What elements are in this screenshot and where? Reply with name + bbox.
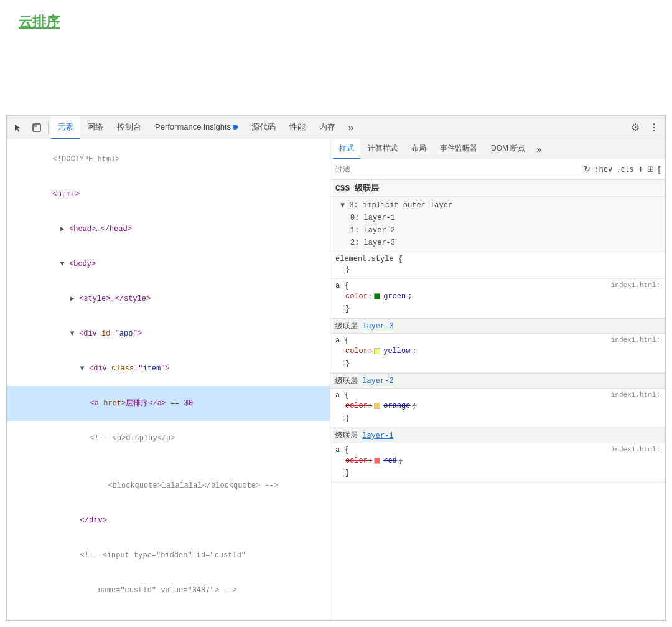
- a-selector-red: a {: [335, 446, 349, 455]
- cls-filter[interactable]: .cls: [616, 165, 634, 174]
- style-tab-event-listeners[interactable]: 事件监听器: [434, 139, 483, 159]
- green-swatch[interactable]: [374, 293, 380, 299]
- svg-rect-0: [33, 124, 40, 131]
- tab-network[interactable]: 网络: [81, 116, 110, 139]
- orange-swatch[interactable]: [374, 403, 380, 409]
- cursor-icon[interactable]: [9, 119, 27, 136]
- a-source-red[interactable]: index1.html:: [611, 446, 660, 453]
- dom-blank-line: [7, 456, 330, 468]
- performance-notification-dot: [233, 125, 238, 130]
- tab-sources[interactable]: 源代码: [245, 116, 282, 139]
- style-tab-dom-breakpoints[interactable]: DOM 断点: [485, 139, 531, 159]
- page-title-link[interactable]: 云排序: [19, 14, 60, 29]
- layer2-link[interactable]: layer-2: [362, 377, 393, 385]
- tab-more-button[interactable]: »: [344, 122, 357, 133]
- layer1-link[interactable]: layer-1: [362, 431, 393, 440]
- dom-html-open-line: <html>: [7, 177, 330, 212]
- layer1-section-label: 级联层 layer-1: [330, 428, 665, 443]
- dom-a-href-line[interactable]: <a href>层排序</a> == $0: [7, 386, 330, 421]
- filter-bar: ↻ :hov .cls + ⊞ [: [330, 159, 665, 179]
- dom-div-app-line: ▼ <div id="app">: [7, 316, 330, 351]
- css-implicit-outer-block: ▼ 3: implicit outer layer 0: layer-1 1: …: [330, 197, 665, 252]
- devtools-tab-bar: 元素 网络 控制台 Performance insights 源代码 性能 内存…: [7, 116, 665, 139]
- layer2-section-label: 级联层 layer-2: [330, 373, 665, 389]
- settings-icon[interactable]: ⚙: [627, 119, 644, 136]
- tab-performance[interactable]: 性能: [283, 116, 312, 139]
- layer-3-item: 2: layer-3: [340, 237, 660, 249]
- layer-2-item: 1: layer-2: [340, 224, 660, 237]
- dom-doctype-line: <!DOCTYPE html>: [7, 142, 330, 177]
- dom-head-line: ▶ <head>…</head>: [7, 212, 330, 247]
- layer-1-item: 0: layer-1: [340, 212, 660, 224]
- a-source-yellow[interactable]: index1.html:: [611, 336, 660, 344]
- a-rule-red-close: }: [335, 467, 660, 479]
- dom-div-item-line: ▼ <div class="item">: [7, 351, 330, 386]
- a-rule-red: a { index1.html: color: red; }: [330, 443, 665, 483]
- css-content: CSS 级联层 ▼ 3: implicit outer layer 0: lay…: [330, 179, 665, 620]
- bracket-icon[interactable]: [: [658, 164, 660, 174]
- a-color-yellow-line: color: yellow;: [335, 345, 660, 357]
- refresh-icon[interactable]: ↻: [584, 164, 590, 174]
- a-rule-green-close: }: [335, 303, 660, 315]
- dom-body-open-line: ▼ <body>: [7, 247, 330, 281]
- svg-rect-1: [34, 125, 37, 127]
- styles-panel: 样式 计算样式 布局 事件监听器 DOM 断点 » ↻: [330, 139, 665, 620]
- a-source-green[interactable]: index1.html:: [611, 281, 660, 289]
- style-tab-more[interactable]: »: [533, 144, 545, 154]
- style-tab-layout[interactable]: 布局: [405, 139, 432, 159]
- add-style-icon[interactable]: +: [638, 164, 643, 175]
- dom-div-close-line: </div>: [7, 503, 330, 538]
- filter-input[interactable]: [335, 165, 580, 174]
- dom-blockquote-line: <blockquote>lalalalal</blockquote> -->: [7, 468, 330, 503]
- a-rule-green: a { index1.html: color: green; }: [330, 279, 665, 318]
- element-style-selector: element.style {: [335, 255, 403, 263]
- more-options-icon[interactable]: ⋮: [645, 119, 663, 136]
- layer3-section-label: 级联层 layer-3: [330, 318, 665, 334]
- page-header: 云排序: [0, 0, 672, 44]
- dom-comment1-line: <!-- <p>display</p>: [7, 421, 330, 456]
- a-rule-yellow-close: }: [335, 357, 660, 370]
- a-selector-yellow: a {: [335, 336, 349, 345]
- a-color-green-line: color: green;: [335, 290, 660, 303]
- implicit-outer-label: ▼ 3: implicit outer layer: [340, 199, 660, 212]
- css-cascade-header: CSS 级联层: [330, 179, 665, 197]
- inspect-icon[interactable]: [28, 119, 45, 136]
- tab-separator: [48, 121, 49, 134]
- dom-div-app-close-line: </div>: [7, 608, 330, 620]
- tab-elements[interactable]: 元素: [51, 116, 80, 139]
- layer3-link[interactable]: layer-3: [362, 322, 393, 331]
- dom-panel[interactable]: <!DOCTYPE html> <html> ▶ <head>…</head> …: [7, 139, 330, 620]
- style-tab-bar: 样式 计算样式 布局 事件监听器 DOM 断点 »: [330, 139, 665, 159]
- style-tab-computed[interactable]: 计算样式: [362, 139, 404, 159]
- tab-console[interactable]: 控制台: [111, 116, 147, 139]
- red-swatch[interactable]: [374, 458, 380, 464]
- element-style-rule: element.style { }: [330, 252, 665, 279]
- yellow-swatch[interactable]: [374, 348, 380, 354]
- a-rule-orange-close: }: [335, 412, 660, 425]
- a-selector-green: a {: [335, 281, 349, 290]
- a-color-red-line: color: red;: [335, 455, 660, 467]
- dom-comment2-open-line: <!-- <input type="hidden" id="custId": [7, 538, 330, 573]
- element-style-close: }: [335, 263, 660, 276]
- devtools-container: 元素 网络 控制台 Performance insights 源代码 性能 内存…: [6, 115, 666, 621]
- tab-performance-insights[interactable]: Performance insights: [149, 116, 244, 139]
- tab-memory[interactable]: 内存: [313, 116, 342, 139]
- pseudo-filter[interactable]: :hov: [594, 165, 612, 174]
- a-source-orange[interactable]: index1.html:: [611, 391, 660, 398]
- a-rule-yellow: a { index1.html: color: yellow; }: [330, 334, 665, 373]
- copy-icon[interactable]: ⊞: [647, 164, 654, 174]
- dom-style-line: ▶ <style>…</style>: [7, 281, 330, 316]
- a-color-orange-line: color: orange;: [335, 400, 660, 412]
- style-tab-styles[interactable]: 样式: [333, 139, 360, 159]
- dom-comment2-cont-line: name="custId" value="3487"> -->: [7, 573, 330, 608]
- a-selector-orange: a {: [335, 391, 349, 400]
- a-rule-orange: a { index1.html: color: orange; }: [330, 389, 665, 428]
- devtools-main: <!DOCTYPE html> <html> ▶ <head>…</head> …: [7, 139, 665, 620]
